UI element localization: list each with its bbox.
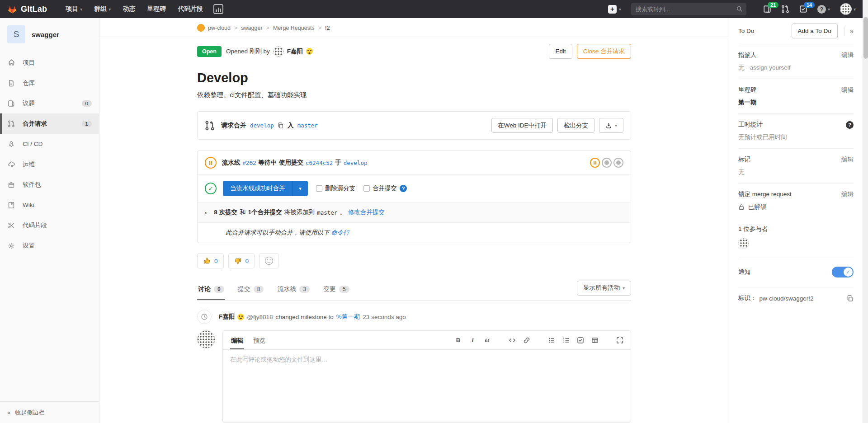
nav-item-snippets[interactable]: 代码片段 [178, 5, 203, 13]
page-scrollbar[interactable] [863, 0, 868, 423]
project-context-header[interactable]: S swagger [0, 18, 99, 52]
editor-tab-write[interactable]: 编辑 [230, 331, 244, 349]
quote-icon[interactable] [483, 336, 491, 344]
target-branch-link[interactable]: master [297, 122, 318, 129]
checkbox[interactable] [316, 185, 322, 192]
bullet-list-icon[interactable] [547, 336, 555, 344]
collapse-sidebar-icon[interactable]: » [850, 27, 854, 35]
user-menu-button[interactable]: ▾ [840, 3, 856, 15]
copy-branch-icon[interactable] [278, 122, 284, 129]
stage-created-icon[interactable] [602, 158, 612, 168]
tab-discussion[interactable]: 讨论 0 [197, 278, 225, 300]
thumbs-up-count: 0 [214, 258, 218, 264]
merge-when-pipeline-succeeds-button[interactable]: 当流水线成功时合并 [223, 181, 292, 196]
stage-pending-icon[interactable] [590, 158, 600, 168]
copy-reference-icon[interactable] [847, 295, 854, 302]
breadcrumb-group[interactable]: pw-cloud [208, 25, 231, 31]
pipeline-pending-icon[interactable] [205, 157, 217, 169]
squash-commits-checkbox[interactable]: 合并提交 [363, 184, 397, 193]
activity-author[interactable]: F嘉阳 [219, 313, 235, 321]
thumbs-down-button[interactable]: 0 [228, 253, 255, 268]
search-icon [736, 6, 743, 12]
sidebar-item-packages[interactable]: 软件包 [0, 174, 99, 195]
tab-changes[interactable]: 变更 5 [322, 278, 350, 300]
command-line-link[interactable]: 命令行 [331, 229, 349, 236]
scrollbar-thumb[interactable] [863, 17, 868, 59]
notifications-toggle[interactable]: ✓ [832, 267, 854, 277]
sidebar-item-cicd[interactable]: CI / CD [0, 134, 99, 154]
edit-button[interactable]: Edit [549, 44, 572, 59]
code-icon[interactable] [508, 336, 516, 344]
nav-item-activity[interactable]: 动态 [123, 5, 135, 13]
task-list-icon[interactable] [576, 336, 584, 344]
italic-icon[interactable]: I [469, 336, 476, 344]
pipeline-number-link[interactable]: #262 [243, 160, 256, 166]
activity-filter-dropdown[interactable]: 显示所有活动 ▾ [577, 281, 631, 296]
close-mr-button[interactable]: Close 合并请求 [577, 44, 631, 59]
new-menu-button[interactable]: + ▾ [608, 5, 621, 14]
sidebar-item-project[interactable]: 项目 [0, 52, 99, 73]
checkout-branch-button[interactable]: 检出分支 [557, 118, 594, 133]
source-branch-link[interactable]: develop [250, 122, 274, 129]
merge-requests-dashboard-button[interactable] [781, 5, 789, 13]
table-icon[interactable] [591, 336, 599, 344]
breadcrumb-project[interactable]: swagger [231, 25, 263, 31]
checkbox[interactable] [363, 185, 370, 192]
expand-chevron-icon[interactable]: › [205, 209, 207, 216]
gitlab-logo[interactable]: GitLab [7, 5, 47, 14]
search-input[interactable] [631, 3, 746, 15]
add-todo-button[interactable]: Add a To Do [792, 24, 838, 38]
author-avatar[interactable] [273, 46, 284, 57]
comment-area: 编辑 预览 B I [197, 330, 631, 423]
sidebar-item-snippets[interactable]: 代码片段 [0, 215, 99, 235]
download-dropdown-button[interactable]: ▾ [599, 118, 623, 133]
milestone-edit-link[interactable]: 编辑 [841, 86, 854, 94]
nav-item-projects[interactable]: 项目▾ [66, 5, 82, 13]
fullscreen-icon[interactable] [616, 336, 623, 344]
assignee-edit-link[interactable]: 编辑 [841, 51, 854, 59]
sidebar-item-operations[interactable]: 运维 [0, 154, 99, 174]
bold-icon[interactable]: B [454, 336, 462, 344]
tab-commits[interactable]: 提交 8 [237, 278, 265, 300]
sidebar-item-wiki[interactable]: Wiki [0, 195, 99, 215]
tab-pipelines[interactable]: 流水线 3 [276, 278, 311, 300]
issues-icon [7, 99, 15, 108]
link-icon[interactable] [523, 336, 530, 344]
remove-source-branch-checkbox[interactable]: 删除源分支 [316, 184, 356, 193]
activity-username[interactable]: @fjy8018 [247, 314, 273, 320]
comment-input[interactable]: 在此写评论或拖动您的文件到这里… [223, 350, 631, 422]
thumbs-up-button[interactable]: 0 [197, 253, 224, 268]
sidebar-item-issues[interactable]: 议题 0 [0, 93, 99, 113]
todos-button[interactable]: 14 [799, 5, 807, 13]
sidebar-item-settings[interactable]: 设置 [0, 235, 99, 256]
time-tracking-help-icon[interactable]: ? [846, 121, 854, 129]
nav-item-milestones[interactable]: 里程碑 [147, 5, 166, 13]
gitlab-fox-icon [7, 5, 17, 14]
squash-help-icon[interactable]: ? [400, 185, 407, 192]
milestone-link[interactable]: %第一期 [336, 313, 360, 321]
issues-dashboard-button[interactable]: 21 [763, 5, 771, 13]
commit-sha-link[interactable]: c6244c52 [306, 160, 333, 166]
author-name[interactable]: F嘉阳 [287, 47, 303, 56]
nav-item-groups[interactable]: 群组▾ [94, 5, 111, 13]
check-icon: ✓ [844, 268, 853, 277]
pipeline-branch-link[interactable]: develop [344, 160, 368, 166]
breadcrumb-merge-requests[interactable]: Merge Requests [263, 25, 315, 31]
stage-created-icon[interactable] [613, 158, 623, 168]
stats-chart-icon[interactable] [213, 4, 223, 14]
sidebar-item-repository[interactable]: 仓库 [0, 73, 99, 93]
lock-edit-link[interactable]: 编辑 [841, 190, 854, 198]
open-web-ide-button[interactable]: 在Web IDE中打开 [491, 118, 553, 133]
labels-edit-link[interactable]: 编辑 [841, 155, 854, 164]
modify-merge-commit-link[interactable]: 修改合并提交 [348, 208, 385, 216]
milestone-value[interactable]: 第一期 [738, 99, 854, 107]
assignee-value[interactable]: 无 - assign yourself [738, 64, 854, 72]
merge-options-caret-button[interactable]: ▾ [292, 181, 308, 196]
editor-tab-preview[interactable]: 预览 [252, 331, 266, 349]
collapse-sidebar-button[interactable]: « 收起侧边栏 [0, 401, 99, 423]
help-menu-button[interactable]: ? ▾ [817, 5, 830, 14]
participant-avatar[interactable] [738, 238, 749, 249]
numbered-list-icon[interactable] [562, 336, 570, 344]
add-reaction-button[interactable] [259, 253, 279, 268]
sidebar-item-merge-requests[interactable]: 合并请求 1 [0, 113, 99, 134]
